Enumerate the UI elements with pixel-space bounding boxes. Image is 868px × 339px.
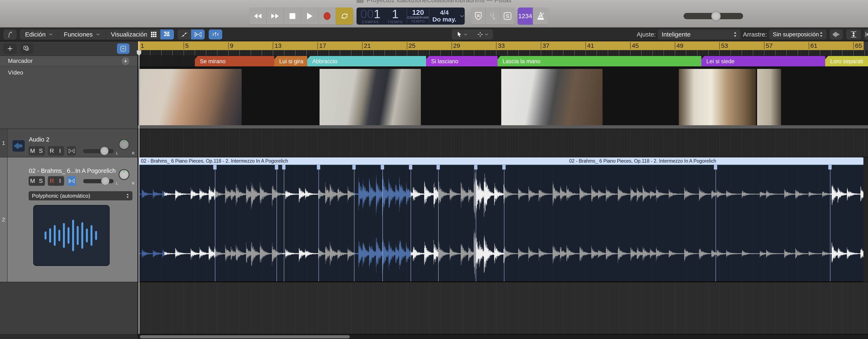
add-track-button[interactable] (3, 43, 17, 54)
fast-forward-button[interactable] (267, 7, 284, 25)
marker-track-row[interactable]: Marcador + (0, 56, 138, 66)
flex-marker-line[interactable] (476, 165, 476, 282)
flex-marker-line[interactable] (504, 165, 504, 282)
flex-marker-line[interactable] (277, 165, 277, 282)
flex-marker-handle[interactable] (317, 165, 320, 170)
flex-marker-handle[interactable] (381, 165, 384, 170)
flex-marker-line[interactable] (716, 165, 716, 282)
input-monitor-button[interactable]: I (56, 176, 64, 186)
menu-edicion[interactable]: Edición (20, 29, 58, 39)
flex-marker-line[interactable] (284, 165, 284, 282)
video-thumbnail-couple-by-bed[interactable] (501, 69, 602, 125)
waveform-zoom-button[interactable] (830, 29, 843, 39)
record-button[interactable] (318, 7, 336, 25)
region-title-bar[interactable]: 02 - Brahms_ 6 Piano Pieces, Op.118 - 2.… (139, 158, 863, 165)
tuner-button[interactable] (486, 7, 500, 25)
flex-marker-line[interactable] (438, 165, 439, 282)
flex-marker-handle[interactable] (436, 165, 440, 170)
flex-marker-handle[interactable] (409, 165, 412, 170)
add-marker-button[interactable]: + (122, 57, 129, 65)
menu-funciones[interactable]: Funciones (58, 29, 105, 39)
flex-mode-dropdown[interactable]: Polyphonic (automático) (29, 191, 132, 200)
marker-abbraccio[interactable]: Abbraccio (307, 56, 426, 66)
count-in-button[interactable]: 1234 (518, 7, 533, 25)
play-button[interactable] (301, 7, 318, 25)
mute-button[interactable]: M (29, 146, 37, 156)
flex-marker-line[interactable] (411, 165, 411, 282)
playhead[interactable] (139, 41, 139, 334)
catch-playhead-button[interactable] (209, 29, 222, 39)
track-header-audio-2[interactable]: 1 Audio 2 M S R I (0, 129, 138, 157)
midi-back-button[interactable] (3, 29, 17, 39)
track-header-brahms[interactable]: 2 02 - Brahms_ 6...In A Pogorelich M S R… (0, 157, 138, 282)
video-track-row[interactable]: Vídeo (0, 66, 138, 129)
flex-marker-handle[interactable] (352, 165, 356, 170)
drag-dropdown[interactable]: Sin superposición (769, 29, 827, 39)
track-lane-brahms[interactable]: 02 - Brahms_ 6 Piano Pieces, Op.118 - 2.… (138, 157, 868, 282)
cycle-button[interactable] (336, 7, 353, 25)
pan-knob[interactable] (119, 139, 129, 150)
volume-slider-thumb[interactable] (711, 11, 721, 21)
flex-marker-line[interactable] (318, 165, 319, 282)
flex-marker-handle[interactable] (474, 165, 477, 170)
audio-region-brahms[interactable]: 02 - Brahms_ 6 Piano Pieces, Op.118 - 2.… (139, 158, 863, 282)
marker-lei-si-siede[interactable]: Lei si siede (701, 56, 825, 66)
flex-marker-line[interactable] (830, 165, 830, 282)
snap-dropdown[interactable]: Inteligente (658, 29, 741, 39)
flex-marker-handle[interactable] (275, 165, 278, 170)
vertical-auto-zoom-button[interactable] (846, 29, 861, 39)
video-thumbnail-hallway[interactable] (757, 69, 781, 125)
flex-button[interactable] (191, 29, 205, 39)
ruler-tick-strip[interactable] (138, 50, 868, 56)
horizontal-scrollbar-thumb[interactable] (140, 335, 350, 338)
video-thumbnail-room-window[interactable] (679, 69, 756, 125)
track-name[interactable]: Audio 2 (29, 136, 49, 143)
track-name[interactable]: 02 - Brahms_ 6...In A Pogorelich (29, 167, 116, 174)
flex-marker-handle[interactable] (502, 165, 506, 170)
panel-divider[interactable] (137, 41, 138, 339)
flex-marker-line[interactable] (215, 165, 215, 282)
flex-marker-handle[interactable] (213, 165, 217, 170)
metronome-button[interactable] (533, 7, 549, 25)
flex-marker-handle[interactable] (714, 165, 717, 170)
pan-knob[interactable] (119, 169, 129, 180)
tracks-view-button[interactable] (160, 29, 174, 39)
global-tracks-button[interactable] (117, 43, 129, 54)
replace-mode-button[interactable] (471, 7, 486, 25)
input-monitor-button[interactable]: I (56, 146, 64, 156)
region-waveform-area[interactable] (139, 165, 863, 282)
solo-button[interactable]: S (37, 176, 45, 186)
flex-marker-line[interactable] (382, 165, 383, 282)
command-click-tool-button[interactable] (472, 29, 493, 39)
flex-marker-line[interactable] (354, 165, 354, 282)
marker-si-lasciano[interactable]: Si lasciano (426, 56, 497, 66)
marker-lascia-la-mano[interactable]: Lascia la mano (497, 56, 701, 66)
horizontal-scrollbar[interactable] (138, 334, 868, 339)
track-lane-audio-2[interactable] (138, 129, 868, 157)
marker-loro-separati[interactable]: Loro separati (825, 56, 868, 66)
flex-marker-handle[interactable] (282, 165, 285, 170)
video-thumbnail-man-in-room[interactable] (319, 69, 421, 125)
stop-button[interactable] (284, 7, 301, 25)
master-volume-slider[interactable] (684, 12, 743, 20)
track-flex-button[interactable] (67, 176, 76, 186)
marker-se-mirano[interactable]: Se mirano (195, 56, 274, 66)
rewind-button[interactable] (249, 7, 267, 25)
track-volume-slider[interactable] (83, 176, 114, 186)
mute-button[interactable]: M (29, 176, 37, 186)
marker-lui-si-gira[interactable]: Lui si gira (274, 56, 307, 66)
automation-button[interactable] (178, 29, 191, 39)
track-volume-slider[interactable] (83, 146, 114, 156)
zoom-to-fit-button[interactable] (864, 29, 868, 39)
flex-marker-handle[interactable] (828, 165, 832, 170)
grid-view-button[interactable] (147, 29, 160, 39)
track-flex-button[interactable] (67, 146, 76, 156)
bar-ruler-cycle-band[interactable]: 1591317212529333741454953576165 (138, 41, 868, 50)
record-enable-button[interactable]: R (48, 176, 56, 186)
solo-mode-button[interactable]: S (500, 7, 515, 25)
lcd-display[interactable]: 001 COMPÁS 1 TIEMPO 120 CONSERVAR TEMPO … (356, 7, 465, 25)
record-enable-button[interactable]: R (48, 146, 56, 156)
video-thumbnail-close-up-profile[interactable] (140, 69, 242, 125)
left-click-tool-button[interactable] (452, 29, 472, 39)
solo-button[interactable]: S (37, 146, 45, 156)
